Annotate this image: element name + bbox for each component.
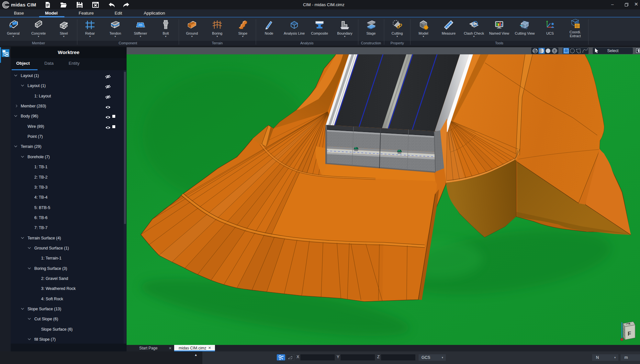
svg-text:A: A — [535, 49, 537, 51]
svg-text:F: F — [628, 331, 631, 337]
